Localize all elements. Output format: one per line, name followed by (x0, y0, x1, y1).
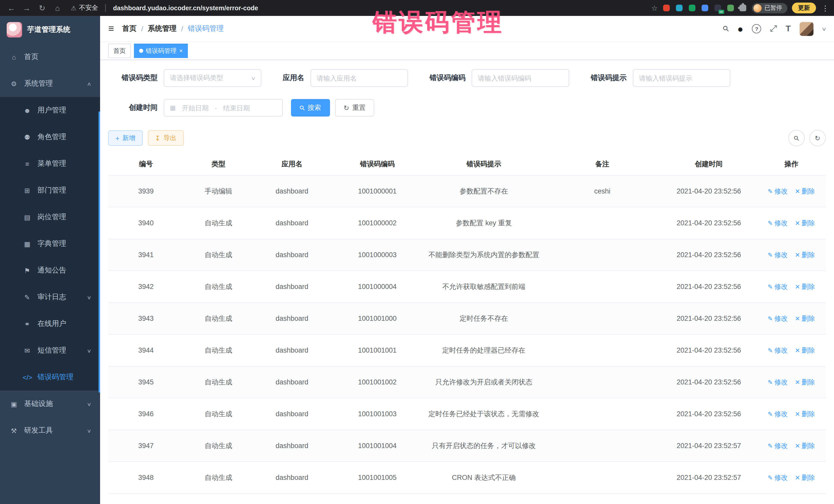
hint-input[interactable] (633, 69, 730, 87)
extension-icon-green-check[interactable] (688, 4, 696, 12)
column-header[interactable]: 错误码编码 (331, 153, 424, 175)
export-button[interactable]: ↧ 导出 (148, 130, 183, 146)
edit-button[interactable]: ✎ 修改 (768, 250, 788, 259)
table-row[interactable]: 3944 自动生成 dashboard 1001001001 定时任务的处理器已… (108, 334, 826, 366)
sidebar-item-menus[interactable]: ≡ 菜单管理 (0, 150, 100, 177)
column-header[interactable]: 编号 (108, 153, 184, 175)
reset-button[interactable]: ↻ 重置 (335, 99, 374, 116)
breadcrumb-item[interactable]: 系统管理 / (148, 24, 188, 34)
bookmark-star-icon[interactable]: ☆ (651, 4, 658, 12)
chevron-down-icon[interactable]: ∨ (821, 26, 827, 31)
sidebar-item-roles[interactable]: ⚉ 角色管理 (0, 124, 100, 150)
edit-button[interactable]: ✎ 修改 (768, 187, 788, 196)
table-row[interactable]: 3946 自动生成 dashboard 1001001003 定时任务已经处于该… (108, 398, 826, 430)
table-row[interactable]: 3945 自动生成 dashboard 1001001002 只允许修改为开启或… (108, 366, 826, 398)
security-chip[interactable]: ⚠ 不安全 (71, 4, 98, 12)
extension-icon-red[interactable] (662, 4, 671, 12)
table-row[interactable]: 3948 自动生成 dashboard 1001001005 CRON 表达式不… (108, 462, 826, 494)
sidebar-item-dicts[interactable]: ▦ 字典管理 (0, 231, 100, 257)
edit-button[interactable]: ✎ 修改 (768, 409, 788, 419)
show-search-button[interactable]: ⚲ (788, 130, 805, 146)
close-icon[interactable]: × (179, 48, 183, 54)
sidebar-item-audit-logs[interactable]: ✎ 审计日志 ∨ (0, 284, 100, 310)
sidebar-item-online-users[interactable]: ⚭ 在线用户 (0, 310, 100, 337)
edit-button[interactable]: ✎ 修改 (768, 282, 788, 291)
delete-button[interactable]: ✕ 删除 (795, 346, 815, 355)
table-row[interactable]: 3939 手动编辑 dashboard 1001000001 参数配置不存在 c… (108, 175, 826, 207)
delete-button[interactable]: ✕ 删除 (795, 473, 815, 482)
column-header[interactable]: 备注 (544, 153, 661, 175)
search-icon[interactable]: ⚲ (721, 23, 731, 34)
edit-button[interactable]: ✎ 修改 (768, 314, 788, 323)
delete-button[interactable]: ✕ 删除 (795, 218, 815, 227)
column-header[interactable]: 创建时间 (661, 153, 757, 175)
table-row[interactable]: 3942 自动生成 dashboard 1001000004 不允许获取敏感配置… (108, 271, 826, 303)
column-header[interactable]: 类型 (184, 153, 253, 175)
browser-menu-icon[interactable]: ⋮ (822, 4, 829, 12)
breadcrumb-item[interactable]: 错误码管理 / (188, 24, 224, 34)
extension-icon-blue-grid[interactable] (701, 4, 709, 12)
column-header[interactable]: 操作 (757, 153, 826, 175)
sidebar-item-dev-tools[interactable]: ⚒ 研发工具 ∨ (0, 417, 100, 444)
browser-home-icon[interactable]: ⌂ (51, 4, 64, 12)
sidebar-scrollbar[interactable] (98, 111, 100, 393)
view-tab[interactable]: 错误码管理 × (134, 44, 188, 58)
refresh-table-button[interactable]: ↻ (809, 130, 826, 146)
refresh-icon[interactable]: ↻ (36, 3, 48, 13)
table-row[interactable]: 3940 自动生成 dashboard 1001000002 参数配置 key … (108, 207, 826, 239)
delete-button[interactable]: ✕ 删除 (795, 187, 815, 196)
delete-button[interactable]: ✕ 删除 (795, 250, 815, 259)
column-header[interactable]: 应用名 (253, 153, 331, 175)
sidebar-item-infrastructure[interactable]: ▣ 基础设施 ∨ (0, 391, 100, 417)
user-avatar[interactable] (799, 22, 813, 36)
sidebar-item-posts[interactable]: ▤ 岗位管理 (0, 204, 100, 231)
date-range-picker[interactable]: ▦ - (164, 99, 283, 116)
delete-button[interactable]: ✕ 删除 (795, 282, 815, 291)
extension-icon-green-leaf[interactable] (726, 4, 735, 12)
delete-button[interactable]: ✕ 删除 (795, 314, 815, 323)
extension-icon-teal[interactable] (675, 4, 683, 12)
table-row[interactable]: 3941 自动生成 dashboard 1001000003 不能删除类型为系统… (108, 239, 826, 271)
code-input[interactable] (471, 69, 569, 87)
font-size-icon[interactable]: T (786, 24, 791, 34)
add-button[interactable]: + 新增 (108, 130, 142, 146)
app-input[interactable] (310, 69, 408, 87)
search-button[interactable]: ⚲ 搜索 (291, 99, 330, 116)
extension-icon-dark[interactable]: on (714, 4, 722, 12)
delete-button[interactable]: ✕ 删除 (795, 441, 815, 451)
breadcrumb-item[interactable]: 首页 / (122, 24, 148, 34)
sidebar-item-sms[interactable]: ✉ 短信管理 ∨ (0, 337, 100, 364)
app-logo-row[interactable]: 芋道管理系统 (0, 16, 100, 44)
forward-icon[interactable]: → (21, 4, 33, 12)
type-select[interactable]: 请选择错误码类型 ∨ (164, 69, 261, 87)
extensions-puzzle-icon[interactable] (739, 5, 746, 11)
edit-button[interactable]: ✎ 修改 (768, 441, 788, 451)
fullscreen-icon[interactable]: ⤢ (770, 24, 777, 34)
table-row[interactable]: 3943 自动生成 dashboard 1001001000 定时任务不存在 2… (108, 303, 826, 334)
edit-button[interactable]: ✎ 修改 (768, 473, 788, 482)
edit-button[interactable]: ✎ 修改 (768, 218, 788, 227)
chrome-update-button[interactable]: 更新 (792, 3, 816, 13)
delete-button[interactable]: ✕ 删除 (795, 409, 815, 419)
sidebar-item-home[interactable]: ⌂ 首页 (0, 44, 100, 70)
address-bar[interactable]: dashboard.yudao.iocoder.cn/system/error-… (113, 4, 648, 12)
view-tab[interactable]: 首页 × (108, 44, 131, 58)
hamburger-icon[interactable]: ≡ (108, 23, 114, 35)
end-date-input[interactable] (220, 104, 252, 112)
sidebar-item-notices[interactable]: ⚑ 通知公告 (0, 257, 100, 284)
breadcrumb-separator: / (181, 25, 183, 33)
column-header[interactable]: 错误码提示 (424, 153, 544, 175)
start-date-input[interactable] (179, 104, 211, 112)
table-row[interactable]: 3947 自动生成 dashboard 1001001004 只有开启状态的任务… (108, 430, 826, 462)
sidebar-item-departments[interactable]: ⊞ 部门管理 (0, 177, 100, 204)
browser-profile-badge[interactable]: 已暂停 (752, 3, 787, 13)
sidebar-item-users[interactable]: ☻ 用户管理 (0, 97, 100, 124)
edit-button[interactable]: ✎ 修改 (768, 377, 788, 387)
delete-button[interactable]: ✕ 删除 (795, 377, 815, 387)
help-icon[interactable]: ? (752, 24, 761, 34)
back-icon[interactable]: ← (5, 4, 18, 12)
sidebar-item-error-codes[interactable]: </> 错误码管理 (0, 364, 100, 391)
github-icon[interactable]: ● (738, 24, 743, 34)
edit-button[interactable]: ✎ 修改 (768, 346, 788, 355)
sidebar-item-system[interactable]: ⚙ 系统管理 ∧ (0, 70, 100, 97)
